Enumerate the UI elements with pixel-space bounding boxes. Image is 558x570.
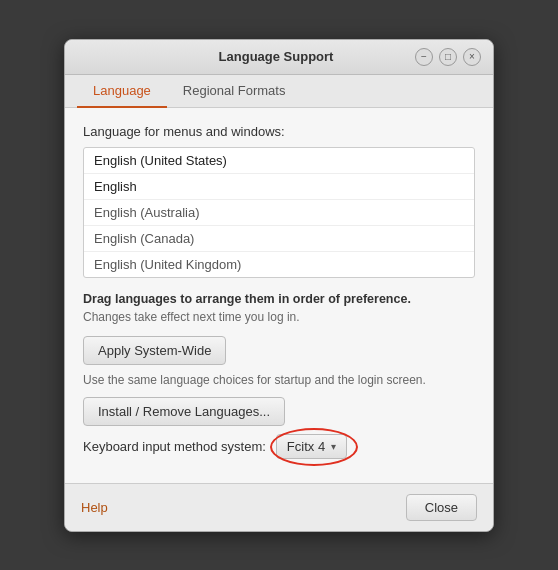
apply-system-wide-button[interactable]: Apply System-Wide [83,336,226,365]
keyboard-input-dropdown[interactable]: Fcitx 4 ▾ [276,434,347,459]
list-item[interactable]: English (United Kingdom) [84,252,474,277]
drag-hint: Drag languages to arrange them in order … [83,292,475,306]
language-section-label: Language for menus and windows: [83,124,475,139]
list-item[interactable]: English (Canada) [84,226,474,252]
dropdown-arrow-icon: ▾ [331,441,336,452]
help-link[interactable]: Help [81,500,108,515]
keyboard-row: Keyboard input method system: Fcitx 4 ▾ [83,434,475,459]
window-title: Language Support [137,49,415,64]
footer: Help Close [65,483,493,531]
content-area: Language for menus and windows: English … [65,108,493,483]
drag-subtext: Changes take effect next time you log in… [83,310,475,324]
keyboard-dropdown-wrapper: Fcitx 4 ▾ [276,434,347,459]
tab-bar: Language Regional Formats [65,75,493,108]
tab-regional-formats[interactable]: Regional Formats [167,75,302,108]
list-item[interactable]: English [84,174,474,200]
maximize-button[interactable]: □ [439,48,457,66]
close-button[interactable]: Close [406,494,477,521]
install-remove-button[interactable]: Install / Remove Languages... [83,397,285,426]
list-item[interactable]: English (Australia) [84,200,474,226]
list-item[interactable]: English (United States) [84,148,474,174]
minimize-button[interactable]: − [415,48,433,66]
keyboard-dropdown-value: Fcitx 4 [287,439,325,454]
titlebar: Language Support − □ × [65,40,493,75]
titlebar-controls: − □ × [415,48,481,66]
close-window-button[interactable]: × [463,48,481,66]
language-support-window: Language Support − □ × Language Regional… [64,39,494,532]
language-list: English (United States) English English … [83,147,475,278]
keyboard-label: Keyboard input method system: [83,439,266,454]
tab-language[interactable]: Language [77,75,167,108]
apply-hint: Use the same language choices for startu… [83,373,475,387]
